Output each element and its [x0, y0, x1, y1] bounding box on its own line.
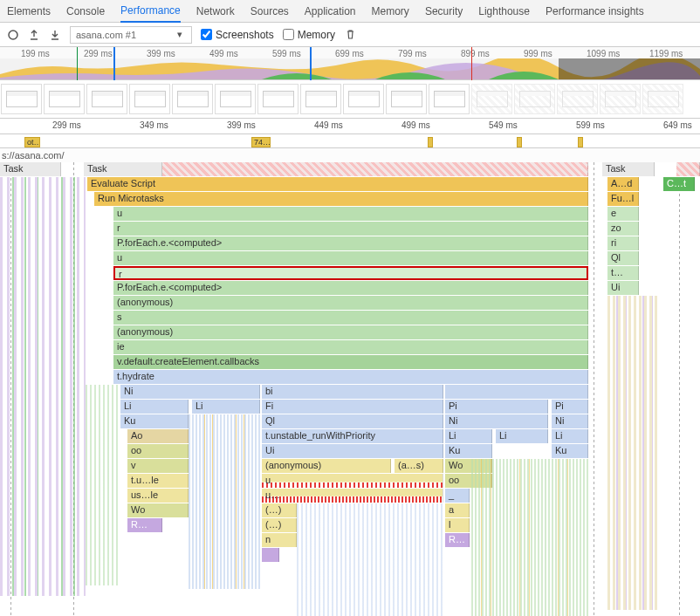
flame-a-d[interactable]: A…d [607, 177, 639, 191]
screenshots-checkbox[interactable]: Screenshots [201, 29, 274, 41]
flame-pforeach-2[interactable]: P.forEach.e.<computed> [113, 281, 588, 295]
tab-performance-insights[interactable]: Performance insights [546, 5, 644, 17]
flame-u-dots[interactable]: u… [262, 489, 443, 503]
thumb[interactable] [429, 84, 470, 114]
flame-trun[interactable]: t.unstable_runWithPriority [262, 429, 443, 443]
overview-timeline[interactable]: 199 ms 299 ms 399 ms 499 ms 599 ms 699 m… [0, 47, 700, 80]
thumb[interactable] [642, 84, 683, 114]
profile-select[interactable]: asana.com #1 ▾ [70, 26, 192, 44]
flame-pforeach-1[interactable]: P.forEach.e.<computed> [113, 236, 588, 250]
thumb[interactable] [1, 84, 42, 114]
time-ruler[interactable]: 299 ms 349 ms 399 ms 449 ms 499 ms 549 m… [0, 119, 700, 134]
thumb[interactable] [600, 84, 641, 114]
flame-thydrate[interactable]: t.hydrate [113, 370, 588, 384]
trash-icon[interactable] [344, 29, 356, 41]
flame-paren-1[interactable]: (…) [262, 503, 297, 517]
flame-li-3[interactable]: Li [445, 429, 492, 443]
flame-t-dots[interactable]: t… [607, 266, 639, 280]
flame-u-3[interactable]: u [262, 474, 443, 488]
flame-purp-small[interactable] [262, 548, 279, 562]
flame-task-2[interactable]: Task [602, 162, 655, 176]
flame-anonymous-3[interactable]: (anonymous) [262, 459, 391, 473]
flame-us-le[interactable]: us…le [127, 489, 189, 503]
thumb[interactable] [257, 84, 299, 114]
flame-li-4[interactable]: Li [496, 429, 548, 443]
flame-anonymous-1[interactable]: (anonymous) [113, 296, 588, 310]
flame-anonymous-2[interactable]: (anonymous) [113, 325, 588, 339]
flame-r-highlighted[interactable]: r [113, 266, 588, 280]
flame-e[interactable]: e [607, 207, 639, 221]
flame-ni-3[interactable]: Ni [445, 414, 548, 428]
tab-network[interactable]: Network [196, 5, 235, 17]
flame-vdefault[interactable]: v.default.createElement.callbacks [113, 355, 588, 369]
marker-small-1[interactable] [428, 137, 433, 147]
flame-ui-r[interactable]: Ui [607, 281, 639, 295]
thumb[interactable] [215, 84, 256, 114]
tab-sources[interactable]: Sources [250, 5, 289, 17]
flame-pi-1[interactable]: Pi [445, 400, 548, 414]
tab-memory[interactable]: Memory [372, 5, 409, 17]
flame-n[interactable]: n [262, 533, 297, 547]
download-icon[interactable] [49, 29, 61, 41]
flame-underscore[interactable]: _ [445, 489, 470, 503]
flame-l[interactable]: l [445, 518, 470, 532]
thumb[interactable] [343, 84, 384, 114]
thumb[interactable] [300, 84, 341, 114]
flame-oo-1[interactable]: oo [127, 444, 189, 458]
thumb[interactable] [129, 84, 170, 114]
flame-ku-2[interactable]: Ku [445, 444, 492, 458]
marker-small-2[interactable] [517, 137, 522, 147]
flame-c-t[interactable]: C…t [663, 177, 695, 191]
tab-application[interactable]: Application [305, 5, 356, 17]
flame-task-long[interactable] [162, 162, 588, 176]
flame-run-microtasks[interactable]: Run Microtasks [94, 192, 588, 206]
flame-s[interactable]: s [113, 311, 588, 325]
flame-ni-1[interactable]: Ni [120, 385, 260, 399]
flame-r-dots-2[interactable]: R… [445, 533, 470, 547]
flame-ql[interactable]: Ql [262, 414, 443, 428]
flame-wo-2[interactable]: Wo [127, 503, 189, 517]
flame-fi[interactable]: Fi [262, 400, 443, 414]
flame-r-1[interactable]: r [113, 222, 588, 236]
tab-security[interactable]: Security [425, 5, 463, 17]
flame-chart[interactable]: Task Task Task Evaluate Script A…d C…t R… [0, 162, 700, 616]
flame-ni-2[interactable] [445, 385, 588, 399]
thumb[interactable] [386, 84, 427, 114]
flame-v[interactable]: v [127, 459, 189, 473]
flame-ui[interactable]: Ui [262, 444, 443, 458]
flame-ao[interactable]: Ao [127, 429, 189, 443]
memory-checkbox-input[interactable] [283, 29, 294, 40]
flame-task-0[interactable]: Task [0, 162, 61, 176]
record-icon[interactable] [7, 29, 19, 41]
flame-ku-1[interactable]: Ku [120, 414, 189, 428]
thumb[interactable] [172, 84, 213, 114]
flame-li-1[interactable]: Li [120, 400, 189, 414]
tab-performance[interactable]: Performance [120, 4, 181, 23]
thumb[interactable] [86, 84, 127, 114]
flame-bi[interactable]: bi [262, 385, 443, 399]
flame-ie[interactable]: ie [113, 340, 588, 354]
flame-task-3[interactable] [676, 162, 700, 176]
screenshot-filmstrip[interactable] [0, 80, 700, 119]
flame-fu-l[interactable]: Fu…l [607, 192, 639, 206]
marker-track[interactable]: ot… 74… [0, 134, 700, 148]
tab-lighthouse[interactable]: Lighthouse [478, 5, 530, 17]
flame-r-dots-1[interactable]: R… [127, 518, 162, 532]
flame-u-1[interactable]: u [113, 207, 588, 221]
thumb[interactable] [514, 84, 555, 114]
marker-74[interactable]: 74… [251, 137, 271, 147]
flame-ql-r[interactable]: Ql [607, 251, 639, 265]
screenshots-checkbox-input[interactable] [201, 29, 212, 40]
tab-console[interactable]: Console [66, 5, 105, 17]
flame-ni-4[interactable]: Ni [552, 414, 588, 428]
flame-li-2[interactable]: Li [192, 400, 260, 414]
flame-evaluate-script[interactable]: Evaluate Script [87, 177, 588, 191]
flame-u-2[interactable]: u [113, 251, 588, 265]
upload-icon[interactable] [28, 29, 40, 41]
marker-small-3[interactable] [578, 137, 583, 147]
flame-pi-2[interactable]: Pi [552, 400, 588, 414]
thumb[interactable] [44, 84, 85, 114]
tab-elements[interactable]: Elements [7, 5, 51, 17]
flame-task-1[interactable]: Task [84, 162, 162, 176]
flame-paren-2[interactable]: (…) [262, 518, 297, 532]
